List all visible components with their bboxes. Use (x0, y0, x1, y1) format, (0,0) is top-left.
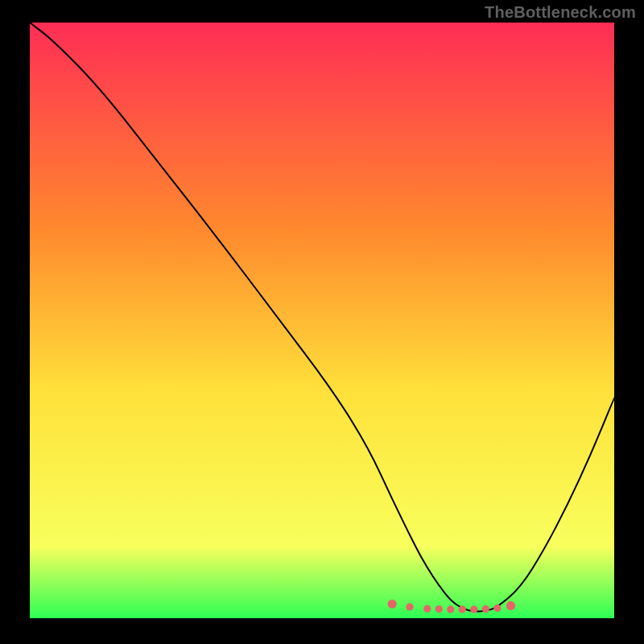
marker-dot (470, 605, 477, 613)
marker-dot (436, 605, 443, 613)
marker-dot (447, 605, 454, 613)
bottleneck-plot (30, 23, 614, 618)
marker-dot (482, 605, 489, 613)
chart-frame: TheBottleneck.com (0, 0, 644, 644)
marker-dot (506, 601, 515, 610)
marker-dot (388, 600, 397, 609)
watermark-text: TheBottleneck.com (485, 3, 636, 22)
marker-dot (493, 605, 501, 612)
marker-dot (459, 605, 466, 613)
marker-dot (406, 603, 413, 610)
marker-dot (423, 605, 431, 613)
